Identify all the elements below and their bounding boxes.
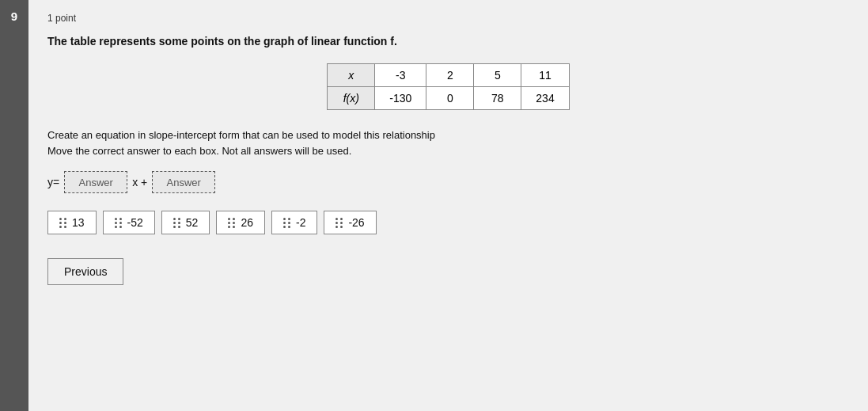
table-cell-x2: 2 xyxy=(426,64,474,87)
table-cell-fx3: 78 xyxy=(474,87,521,110)
table-cell-fx2: 0 xyxy=(426,87,474,110)
instructions: Create an equation in slope-intercept fo… xyxy=(47,127,849,158)
drag-handle-icon xyxy=(283,218,291,228)
tile-neg52[interactable]: -52 xyxy=(103,211,155,234)
drag-tiles-container: 13 -52 52 26 -2 xyxy=(47,211,849,234)
table-cell-fx1: -130 xyxy=(375,87,426,110)
drag-handle-icon xyxy=(59,218,67,228)
table-cell-fx4: 234 xyxy=(521,87,569,110)
equation-prefix: y= xyxy=(47,176,59,188)
data-table: x -3 2 5 11 f(x) -130 0 78 234 xyxy=(327,63,569,110)
point-label: 1 point xyxy=(47,13,849,24)
answer-box-1[interactable]: Answer xyxy=(64,171,127,193)
drag-handle-icon xyxy=(335,218,343,228)
table-cell-x1: -3 xyxy=(375,64,426,87)
tile-neg26[interactable]: -26 xyxy=(324,211,376,234)
table-header-fx: f(x) xyxy=(328,87,375,110)
drag-handle-icon xyxy=(115,218,123,228)
data-table-container: x -3 2 5 11 f(x) -130 0 78 234 xyxy=(47,63,849,110)
drag-handle-icon xyxy=(228,218,236,228)
tile-52[interactable]: 52 xyxy=(161,211,210,234)
answer-box-2[interactable]: Answer xyxy=(152,171,215,193)
tile-13[interactable]: 13 xyxy=(47,211,97,234)
drag-handle-icon xyxy=(173,218,181,228)
tile-neg2[interactable]: -2 xyxy=(271,211,317,234)
equation-middle: x + xyxy=(132,176,147,188)
question-text: The table represents some points on the … xyxy=(47,35,849,48)
previous-button[interactable]: Previous xyxy=(47,258,123,285)
main-panel: 1 point The table represents some points… xyxy=(28,0,868,411)
table-cell-x4: 11 xyxy=(521,64,569,87)
equation-row: y= Answer x + Answer xyxy=(47,171,849,193)
tile-26[interactable]: 26 xyxy=(216,211,265,234)
question-number: 9 xyxy=(0,0,28,411)
table-cell-x3: 5 xyxy=(474,64,521,87)
table-header-x: x xyxy=(328,64,375,87)
